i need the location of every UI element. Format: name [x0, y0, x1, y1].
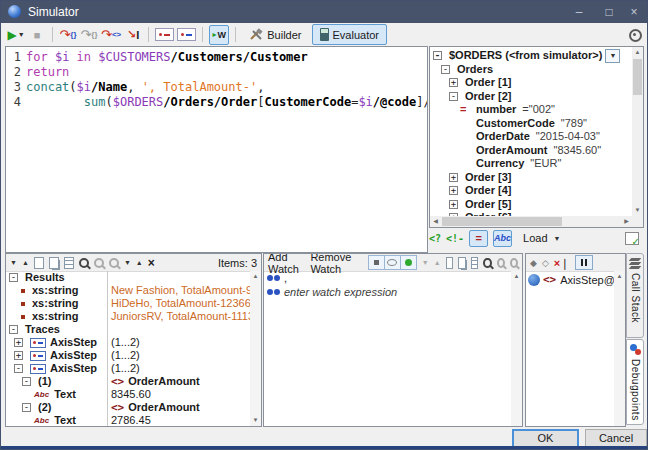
collapse-icon[interactable] — [449, 92, 458, 101]
step-over-button[interactable]: ↷{} — [80, 26, 98, 44]
scroll-down-icon[interactable]: ▼ — [632, 205, 643, 216]
scroll-down-icon[interactable]: ▼ — [250, 415, 261, 426]
validate-icon[interactable] — [625, 232, 639, 245]
run-button[interactable]: ▶▼ — [7, 26, 25, 44]
scrollbar-thumb[interactable] — [442, 217, 562, 226]
dot-view-toggle-icon[interactable] — [401, 256, 416, 269]
result-row[interactable]: Text2786.45 — [6, 414, 250, 427]
debugpoint-row[interactable]: AxisStep@4:56 — [526, 272, 625, 287]
orders-tree-root[interactable]: $ORDERS (<from simulator>) ▼ — [430, 47, 643, 63]
enable-all-debugpoints-icon[interactable]: ◆ — [530, 258, 537, 268]
show-execution-node-toggle[interactable]: ▸W — [209, 25, 229, 45]
pause-toggle-icon[interactable] — [575, 255, 593, 270]
builder-button[interactable]: Builder — [242, 25, 308, 44]
tree-row[interactable]: number="002" — [430, 103, 643, 117]
xquery-editor[interactable]: 1for $i in $CUSTOMERS/Customers/Customer… — [5, 46, 428, 253]
search-prev-icon[interactable] — [109, 258, 119, 268]
collapse-icon[interactable] — [9, 325, 18, 334]
tree-row[interactable]: Order [4] — [430, 184, 643, 198]
search-next-icon[interactable] — [497, 258, 505, 268]
result-row[interactable]: (1)OrderAmount — [6, 375, 250, 388]
copy-table-icon[interactable] — [64, 257, 74, 269]
prev-result-icon[interactable]: ▲ — [22, 259, 29, 266]
result-row[interactable]: Results — [6, 271, 250, 284]
result-row[interactable]: xs:stringHiDeHo, TotalAmount-12366.88 — [6, 297, 250, 310]
oval-view-toggle-icon[interactable] — [385, 256, 401, 269]
result-row[interactable]: Traces — [6, 323, 250, 336]
close-button[interactable]: × — [619, 1, 648, 23]
result-row[interactable]: AxisStep(1...2) — [6, 336, 250, 349]
titlebar[interactable]: Simulator – □ × — [1, 1, 647, 23]
tree-row[interactable]: Currency"EUR" — [430, 157, 643, 171]
delete-debugpoint-icon[interactable]: ×❘ — [554, 258, 570, 268]
results-scrollbar[interactable]: ▲ ▼ — [250, 271, 261, 426]
result-row[interactable]: Text8345.60 — [6, 388, 250, 401]
attributes-toggle-icon[interactable]: = — [469, 230, 488, 247]
clear-results-icon[interactable]: × — [148, 258, 155, 268]
watch-row[interactable]: enter watch expression — [264, 285, 511, 299]
next-result-icon[interactable]: ▼ — [10, 259, 17, 266]
minimize-button[interactable]: – — [564, 1, 594, 23]
copy-all-icon[interactable] — [49, 257, 59, 269]
move-up-icon[interactable]: ▲ — [136, 259, 143, 266]
tree-row[interactable]: OrderAmount"8345.60" — [430, 144, 643, 158]
step-out-button[interactable]: ↷<> — [101, 26, 121, 44]
watch-row[interactable]: , — [264, 271, 511, 285]
scroll-up-icon[interactable]: ▲ — [614, 271, 625, 282]
result-row[interactable]: AxisStep(1...2) — [6, 349, 250, 362]
scrollbar-thumb[interactable] — [633, 59, 642, 95]
tree-row[interactable]: Order [5] — [430, 198, 643, 212]
collapse-icon[interactable] — [22, 377, 31, 386]
load-dropdown-icon[interactable]: ▼ — [554, 235, 561, 242]
scroll-up-icon[interactable]: ▲ — [511, 271, 522, 282]
collapse-icon[interactable] — [14, 364, 23, 373]
move-down-icon[interactable]: ▼ — [124, 259, 131, 266]
tree-row[interactable]: OrderDate"2015-04-03" — [430, 130, 643, 144]
load-button[interactable]: Load — [523, 232, 547, 244]
run-to-cursor-button[interactable]: ↘I — [124, 26, 142, 44]
tree-vertical-scrollbar[interactable]: ▲ ▼ — [632, 47, 643, 216]
copy-icon[interactable] — [446, 257, 454, 269]
tree-row[interactable]: CustomerCode"789" — [430, 117, 643, 131]
scroll-left-icon[interactable]: ◀ — [430, 216, 441, 227]
step-into-button[interactable]: ↷{} — [59, 26, 77, 44]
tree-horizontal-scrollbar[interactable]: ◀ ▶ — [430, 216, 632, 227]
tree-row[interactable]: Orders — [430, 63, 643, 77]
copy-all-icon[interactable] — [458, 257, 466, 269]
expand-icon[interactable] — [449, 173, 458, 182]
tree-row[interactable]: Order [3] — [430, 171, 643, 185]
comment-toggle-icon[interactable]: <!- — [446, 233, 464, 244]
tree-row[interactable]: Order [2] — [430, 90, 643, 104]
result-row[interactable]: xs:stringJuniorsRV, TotalAmount-11132.05 — [6, 310, 250, 323]
expand-icon[interactable] — [14, 338, 23, 347]
expand-icon[interactable] — [14, 351, 23, 360]
scroll-up-icon[interactable]: ▲ — [250, 271, 261, 282]
result-row[interactable]: xs:stringNew Fashion, TotalAmount-9450.8… — [6, 284, 250, 297]
insert-tracepoint-button[interactable] — [177, 26, 196, 44]
source-combo-dropdown[interactable]: ▼ — [605, 49, 620, 63]
stop-button[interactable]: ■ — [28, 26, 46, 44]
disable-all-debugpoints-icon[interactable]: ◇ — [542, 258, 549, 268]
expand-icon[interactable] — [449, 200, 458, 209]
search-next-icon[interactable] — [94, 258, 104, 268]
result-row[interactable]: (2)OrderAmount — [6, 401, 250, 414]
tab-debugpoints[interactable]: Debugpoints — [626, 339, 644, 425]
tab-call-stack[interactable]: Call Stack — [626, 253, 644, 338]
debugpoints-scrollbar[interactable]: ▲ — [614, 271, 625, 426]
processing-instruction-toggle-icon[interactable]: <? — [429, 233, 441, 244]
evaluator-button[interactable]: Evaluator — [312, 24, 387, 45]
search-icon[interactable] — [483, 258, 491, 268]
copy-table-icon[interactable] — [471, 257, 479, 269]
result-row[interactable]: AxisStep(1...2) — [6, 362, 250, 375]
move-down-icon[interactable]: ▼ — [422, 259, 429, 266]
scroll-up-icon[interactable]: ▲ — [632, 47, 643, 58]
expand-icon[interactable] — [449, 186, 458, 195]
gear-icon[interactable] — [629, 29, 642, 42]
search-icon[interactable] — [79, 258, 89, 268]
box-view-toggle-icon[interactable] — [369, 256, 385, 269]
collapse-icon[interactable] — [9, 273, 18, 282]
expand-icon[interactable] — [449, 78, 458, 87]
search-prev-icon[interactable] — [510, 258, 518, 268]
scroll-right-icon[interactable]: ▶ — [621, 216, 632, 227]
collapse-icon[interactable] — [441, 65, 450, 74]
